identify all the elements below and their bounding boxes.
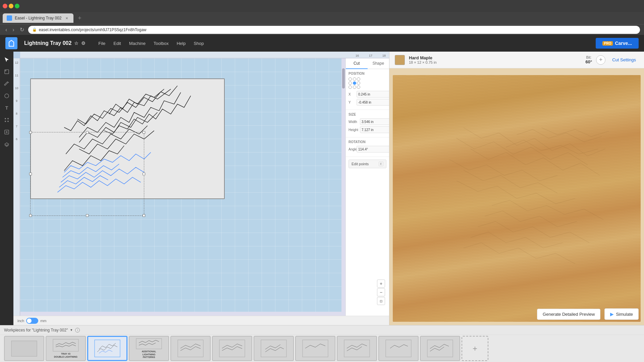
- close-button[interactable]: [3, 4, 7, 8]
- sidebar-import[interactable]: [1, 127, 12, 137]
- new-tab-button[interactable]: +: [75, 13, 84, 23]
- anchor-ml[interactable]: [348, 81, 352, 85]
- workpieces-info-icon[interactable]: i: [75, 328, 80, 333]
- workpiece-thumb-11[interactable]: [420, 336, 460, 361]
- sidebar-apps[interactable]: [1, 115, 12, 125]
- zoom-in-button[interactable]: +: [377, 280, 385, 288]
- preview-canvas: Generate Detailed Preview ▶ Simulate: [389, 68, 644, 325]
- unit-toggle-track[interactable]: [26, 318, 38, 324]
- simulate-button[interactable]: ▶ Simulate: [604, 308, 639, 320]
- zoom-out-button[interactable]: −: [377, 288, 385, 296]
- scroll-thumb-v[interactable]: [342, 68, 345, 88]
- reload-button[interactable]: ↻: [18, 25, 25, 34]
- forward-button[interactable]: ›: [11, 25, 15, 34]
- sidebar-text-tool[interactable]: T: [1, 103, 12, 113]
- cut-settings-button[interactable]: Cut Settings: [609, 55, 639, 64]
- workpiece-thumb-10[interactable]: [378, 336, 419, 361]
- menu-help[interactable]: Help: [173, 39, 189, 48]
- workpiece-thumb-1[interactable]: [4, 336, 44, 361]
- bit-value: 60°: [586, 59, 592, 64]
- anchor-tr[interactable]: [357, 77, 360, 81]
- sidebar-circle-tool[interactable]: [1, 90, 12, 101]
- width-label: Width: [348, 120, 359, 124]
- main-canvas[interactable]: [20, 58, 345, 316]
- y-position-input[interactable]: [357, 99, 389, 106]
- title-settings-icon[interactable]: ⚙: [81, 41, 86, 46]
- workpiece-add-button[interactable]: +: [462, 336, 488, 361]
- workpiece-thumb-5[interactable]: [170, 336, 211, 361]
- left-sidebar: T: [0, 52, 13, 325]
- workpiece-thumb-2[interactable]: TRAY #3DOUBLE LIGHTNING: [46, 336, 86, 361]
- angle-input[interactable]: [357, 146, 389, 153]
- workpieces-label: Workpieces for "Lightning Tray 002": [4, 328, 68, 333]
- sidebar-select-tool[interactable]: [1, 54, 12, 65]
- svg-rect-18: [427, 340, 453, 357]
- menu-toolbox[interactable]: Toolbox: [150, 39, 172, 48]
- anchor-tl[interactable]: [348, 77, 352, 81]
- thumb-label-2: TRAY #3DOUBLE LIGHTNING: [53, 353, 79, 358]
- add-material-button[interactable]: +: [596, 55, 605, 65]
- width-row: Width 🔗: [348, 118, 386, 125]
- zoom-controls: + − ⊡: [377, 280, 385, 305]
- browser-window: Easel - Lightning Tray 002 ✕ + ‹ › ↻ 🔒 e…: [0, 0, 644, 35]
- edit-points-button[interactable]: Edit points E: [348, 160, 386, 168]
- back-button[interactable]: ‹: [4, 25, 8, 34]
- unit-inch-label: inch: [17, 319, 24, 323]
- workpiece-thumb-9[interactable]: [337, 336, 377, 361]
- anchor-bm[interactable]: [353, 85, 356, 89]
- unit-toggle: inch mm: [17, 318, 47, 324]
- width-input[interactable]: [360, 118, 389, 125]
- canvas-area: 16 17 18 12 11 10 9 8 7 6: [13, 52, 389, 325]
- workpieces-dropdown[interactable]: ▾: [70, 328, 72, 332]
- thumb-svg-7: [260, 339, 287, 358]
- address-input[interactable]: 🔒 easel.inventables.com/projects/umh9J71…: [28, 26, 640, 34]
- anchor-mm[interactable]: [353, 81, 356, 85]
- workpiece-thumb-8[interactable]: [295, 336, 335, 361]
- workpiece-thumb-7[interactable]: [254, 336, 294, 361]
- workpiece-rect[interactable]: [30, 78, 225, 199]
- canvas-scrollbar-v[interactable]: [341, 58, 345, 316]
- workpiece-thumb-3[interactable]: [87, 336, 127, 361]
- tab-close-button[interactable]: ✕: [64, 15, 69, 21]
- maximize-button[interactable]: [15, 4, 19, 8]
- right-panel-header: Hard Maple 18 × 12 × 0.75 in Bit: 60° + …: [389, 52, 644, 68]
- zoom-fit-button[interactable]: ⊡: [377, 297, 385, 305]
- anchor-tm[interactable]: [353, 77, 356, 81]
- thumb-svg-3: [94, 339, 121, 358]
- sidebar-pen-tool[interactable]: [1, 78, 12, 89]
- rotation-label: Rotation: [348, 140, 386, 144]
- carve-button[interactable]: PRO Carve...: [596, 38, 639, 49]
- anchor-br[interactable]: [357, 85, 360, 89]
- anchor-bl[interactable]: [348, 85, 352, 89]
- material-info: Hard Maple 18 × 12 × 0.75 in: [409, 55, 437, 64]
- anchor-mr[interactable]: [357, 81, 360, 85]
- ruler-mark-16: 16: [356, 54, 359, 57]
- active-tab[interactable]: Easel - Lightning Tray 002 ✕: [3, 13, 73, 23]
- sidebar-shape-tool[interactable]: [1, 66, 12, 77]
- size-section: Size Width 🔗 Height: [346, 110, 389, 137]
- favorite-icon[interactable]: ☆: [74, 41, 78, 46]
- tab-cut[interactable]: Cut: [346, 58, 368, 69]
- height-input[interactable]: [360, 126, 389, 133]
- thumb-svg-1: [11, 340, 38, 357]
- menu-machine[interactable]: Machine: [126, 39, 149, 48]
- menu-edit[interactable]: Edit: [110, 39, 124, 48]
- sidebar-layers[interactable]: [1, 139, 12, 149]
- simulate-label: Simulate: [616, 312, 633, 317]
- generate-preview-button[interactable]: Generate Detailed Preview: [537, 309, 600, 320]
- position-section: Position: [346, 69, 389, 110]
- workpiece-thumb-4[interactable]: ADDITIONALLIGHTNINGPATTERNS: [129, 336, 169, 361]
- material-swatch: [395, 55, 405, 65]
- tab-shape[interactable]: Shape: [368, 58, 389, 69]
- svg-rect-17: [386, 340, 411, 357]
- x-position-input[interactable]: [357, 91, 389, 98]
- menu-shop[interactable]: Shop: [190, 39, 207, 48]
- minimize-button[interactable]: [9, 4, 13, 8]
- height-row: Height: [348, 126, 386, 133]
- canvas-scrollbar-h[interactable]: [20, 312, 341, 316]
- edit-points-label: Edit points: [352, 162, 369, 166]
- workpiece-thumb-6[interactable]: [212, 336, 252, 361]
- menu-file[interactable]: File: [95, 39, 109, 48]
- workpieces-list: TRAY #3DOUBLE LIGHTNING: [0, 335, 644, 362]
- svg-rect-10: [95, 340, 120, 357]
